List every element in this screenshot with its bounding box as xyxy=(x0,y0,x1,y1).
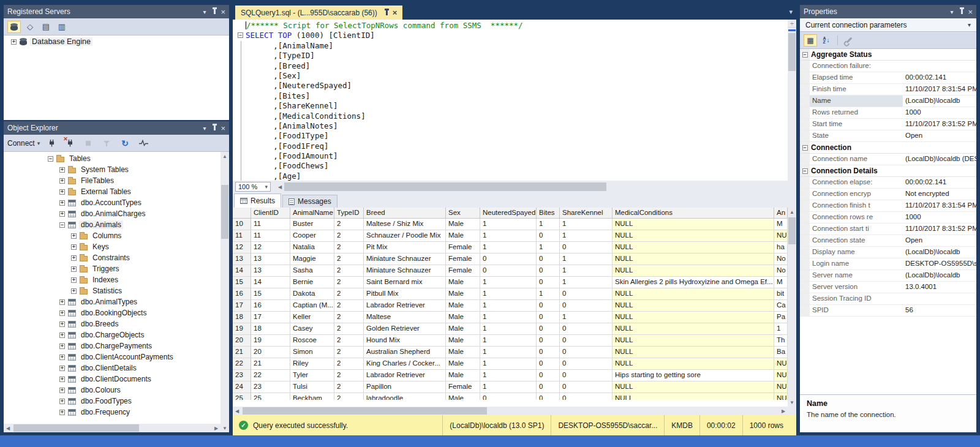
scroll-right-icon[interactable]: ▶ xyxy=(212,424,221,432)
tree-item-constraints[interactable]: +Constraints xyxy=(4,252,221,263)
alphabetical-sort-button[interactable]: AZ↓ xyxy=(820,34,833,47)
integration-services-button[interactable]: ▥ xyxy=(55,21,69,33)
expander-icon[interactable]: − xyxy=(59,222,65,228)
expander-icon[interactable]: + xyxy=(11,39,17,45)
property-row-connection-name[interactable]: Connection name(LocalDb)\localdb (DES xyxy=(800,154,976,165)
document-tab-sqlquery1[interactable]: SQLQuery1.sql - (L...955D\saccarab (56))… xyxy=(235,6,402,20)
table-row[interactable]: 1716Captian (M...2Labrador RetrieverMale… xyxy=(233,300,788,312)
expander-icon[interactable]: + xyxy=(59,388,65,393)
close-icon[interactable]: × xyxy=(968,8,973,16)
property-row-connection-finish-t[interactable]: Connection finish t11/10/2017 8:31:54 PM xyxy=(800,200,976,212)
column-header-medicalconditions[interactable]: MedicalConditions xyxy=(612,208,774,219)
expander-icon[interactable]: + xyxy=(59,178,65,184)
expander-icon[interactable]: + xyxy=(71,288,77,294)
tree-item-dbo-frequency[interactable]: +dbo.Frequency xyxy=(4,407,221,418)
document-list-chevron-icon[interactable]: ▾ xyxy=(789,8,793,16)
scroll-up-icon[interactable]: ▲ xyxy=(221,152,229,160)
table-row[interactable]: 2120Simon2Australian ShepherdMale100NULL… xyxy=(233,347,788,358)
column-header-sex[interactable]: Sex xyxy=(446,208,480,219)
table-row[interactable]: 1817Keller2MalteseMale101NULLPa xyxy=(233,312,788,323)
table-row[interactable]: 1011Buster2Maltese / Shiz MixMale111NULL… xyxy=(233,219,788,230)
property-pages-button[interactable] xyxy=(842,34,856,47)
expander-icon[interactable]: + xyxy=(59,310,65,316)
scroll-right-icon[interactable]: ▶ xyxy=(779,407,788,415)
filter-button[interactable] xyxy=(100,137,113,149)
table-row[interactable]: 1212Natalia2Pit MixFemale110NULLha xyxy=(233,242,788,254)
property-row-rows-returned[interactable]: Rows returned1000 xyxy=(800,107,976,119)
expander-icon[interactable]: + xyxy=(59,200,65,206)
tab-messages[interactable]: Messages xyxy=(282,195,337,208)
scrollbar-thumb[interactable] xyxy=(284,182,606,191)
tree-item-dbo-clientdetails[interactable]: +dbo.ClientDetails xyxy=(4,362,221,374)
column-header-rownum[interactable] xyxy=(233,208,251,219)
property-row-connection-elapse[interactable]: Connection elapse:00:00:02.141 xyxy=(800,177,976,189)
code-line[interactable]: ,[Food1Type] xyxy=(236,131,788,141)
window-position-icon[interactable]: ▾ xyxy=(203,9,206,15)
tree-item-dbo-animals[interactable]: −dbo.Animals xyxy=(4,219,221,230)
close-icon[interactable]: × xyxy=(393,9,398,17)
expander-icon[interactable]: + xyxy=(59,299,65,305)
code-line[interactable]: ,[Bites] xyxy=(236,91,788,101)
tree-item-dbo-chargepayments[interactable]: +dbo.ChargePayments xyxy=(4,340,221,351)
property-row-start-time[interactable]: Start time11/10/2017 8:31:52 PM xyxy=(800,119,976,130)
scroll-down-icon[interactable]: ▼ xyxy=(788,398,796,407)
column-header-breed[interactable]: Breed xyxy=(364,208,446,219)
table-row[interactable]: 2423Tulsi2PapillonFemale100NULLNU xyxy=(233,381,788,393)
column-header-clientid[interactable]: ClientID xyxy=(251,208,290,219)
property-row-session-tracing-id[interactable]: Session Tracing ID xyxy=(800,293,976,305)
column-header-sharekennel[interactable]: ShareKennel xyxy=(560,208,612,219)
expander-icon[interactable]: + xyxy=(71,255,77,261)
property-row-connection-state[interactable]: Connection stateOpen xyxy=(800,235,976,247)
close-icon[interactable]: × xyxy=(221,124,225,132)
property-category-aggregate-status[interactable]: −Aggregate Status xyxy=(800,49,976,61)
property-row-spid[interactable]: SPID56 xyxy=(800,305,976,317)
column-header-neuteredspayed[interactable]: NeuteredSpayed xyxy=(480,208,537,219)
code-line[interactable]: /****** Script for SelectTopNRows comman… xyxy=(236,21,788,31)
scrollbar-thumb[interactable] xyxy=(221,185,228,239)
expander-icon[interactable]: + xyxy=(59,377,65,382)
window-position-icon[interactable]: ▾ xyxy=(203,125,206,132)
property-row-connection-start-ti[interactable]: Connection start ti11/10/2017 8:31:52 PM xyxy=(800,224,976,235)
code-line[interactable]: ,[Sex] xyxy=(236,71,788,81)
code-line[interactable]: ,[Breed] xyxy=(236,61,788,71)
pin-icon[interactable] xyxy=(386,10,388,15)
scroll-left-icon[interactable]: ◀ xyxy=(276,182,284,191)
expander-icon[interactable]: + xyxy=(59,167,65,173)
property-row-login-name[interactable]: Login nameDESKTOP-OS5955D\sac xyxy=(800,258,976,270)
editor-vertical-scrollbar[interactable]: ÷ xyxy=(788,20,796,181)
property-row-state[interactable]: StateOpen xyxy=(800,130,976,142)
pin-icon[interactable] xyxy=(214,9,216,14)
scroll-up-icon[interactable]: ▲ xyxy=(788,208,796,216)
stop-button[interactable] xyxy=(81,137,95,149)
tree-item-dbo-clientaccountpayments[interactable]: +dbo.ClientAccountPayments xyxy=(4,351,221,362)
column-header-typeid[interactable]: TypeID xyxy=(334,208,364,219)
splitter-grip-icon[interactable]: ÷ xyxy=(788,20,796,28)
table-row[interactable]: 2525Beckham2labradoodleMale000NULLNU xyxy=(233,393,788,400)
connect-button[interactable]: Connect▾ xyxy=(7,139,40,148)
code-line[interactable]: ,[AnimalNotes] xyxy=(236,121,788,131)
code-line[interactable]: ,[NeuteredSpayed] xyxy=(236,81,788,91)
collapse-icon[interactable]: − xyxy=(802,168,808,174)
scroll-left-icon[interactable]: ◀ xyxy=(4,424,12,432)
vertical-scrollbar[interactable]: ▲ xyxy=(221,152,229,424)
code-line[interactable]: ,[TypeID] xyxy=(236,51,788,61)
expander-icon[interactable]: + xyxy=(59,332,65,338)
property-row-connection-failure[interactable]: Connection failure: xyxy=(800,61,976,72)
scrollbar-thumb[interactable] xyxy=(788,33,796,71)
code-line[interactable]: ,[Age] xyxy=(236,171,788,181)
tree-item-dbo-animalcharges[interactable]: +dbo.AnimalCharges xyxy=(4,208,221,219)
code-line[interactable]: ,[MedicalConditions] xyxy=(236,111,788,121)
tree-item-statistics[interactable]: +Statistics xyxy=(4,285,221,296)
disconnect-object-button[interactable]: ✕ xyxy=(63,137,77,149)
collapse-region-icon[interactable]: − xyxy=(238,32,243,38)
expander-icon[interactable]: + xyxy=(59,211,65,217)
window-position-icon[interactable]: ▾ xyxy=(950,9,953,15)
property-row-elapsed-time[interactable]: Elapsed time00:00:02.141 xyxy=(800,72,976,84)
pin-icon[interactable] xyxy=(214,126,216,130)
pin-icon[interactable] xyxy=(961,9,963,14)
property-row-display-name[interactable]: Display name(LocalDb)\localdb xyxy=(800,247,976,258)
refresh-button[interactable]: ↻ xyxy=(118,137,132,149)
code-line[interactable]: ,[ShareKennel] xyxy=(236,101,788,111)
tree-item-tables[interactable]: −Tables xyxy=(4,153,221,164)
expander-icon[interactable]: + xyxy=(71,233,77,239)
